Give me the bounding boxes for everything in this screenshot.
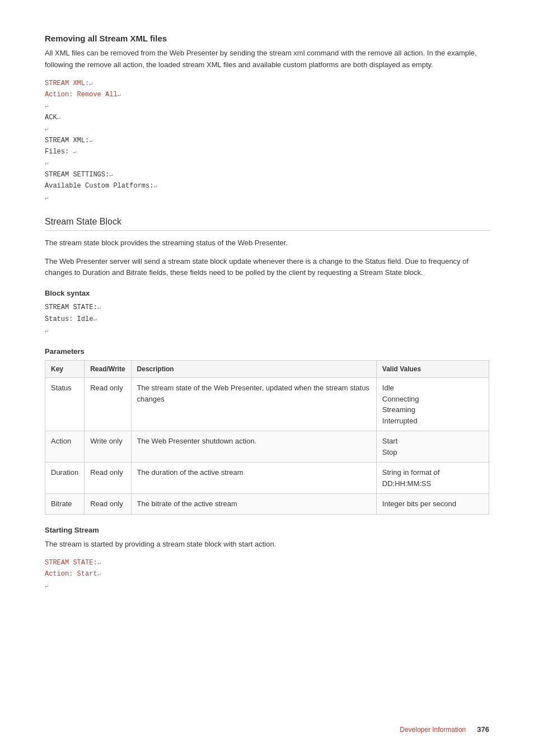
cell-valid-status: IdleConnectingStreamingInterrupted [376, 378, 489, 431]
ss-line-2: Action: Start [45, 570, 97, 578]
cell-valid-duration: String in format of DD:HH:MM:SS [376, 463, 489, 494]
page-footer: Developer Information 376 [400, 725, 489, 734]
cell-key-duration: Duration [45, 463, 85, 494]
code-line-1: STREAM XML: [45, 80, 89, 87]
col-rw: Read/Write [85, 361, 131, 378]
cell-desc-status: The stream state of the Web Presenter, u… [131, 378, 376, 431]
starting-stream-label: Starting Stream [45, 526, 489, 534]
stream-state-body2: The Web Presenter server will send a str… [45, 256, 489, 279]
code-line-8: ↵ [45, 160, 49, 166]
bs-line-3: ↵ [45, 327, 49, 334]
cell-valid-action: StartStop [376, 431, 489, 463]
cell-key-bitrate: Bitrate [45, 494, 85, 515]
cell-valid-bitrate: Integer bits per second [376, 494, 489, 515]
cell-rw-action: Write only [85, 431, 131, 463]
removing-all-code: STREAM XML:↵ Action: Remove All↵ ↵ ACK↵ … [45, 78, 489, 203]
bs-line-1: STREAM STATE: [45, 304, 97, 311]
footer-dev-info: Developer Information [400, 726, 466, 734]
stream-state-body1: The stream state block provides the stre… [45, 237, 489, 249]
cell-rw-status: Read only [85, 378, 131, 431]
cell-rw-bitrate: Read only [85, 494, 131, 515]
stream-state-section: Stream State Block The stream state bloc… [45, 217, 489, 591]
code-line-4: ACK [45, 114, 57, 122]
removing-all-section: Removing all Stream XML files All XML fi… [45, 34, 489, 203]
cell-desc-bitrate: The bitrate of the active stream [131, 494, 376, 515]
code-line-7: Files: [45, 148, 73, 156]
code-line-6: STREAM XML: [45, 137, 89, 144]
bs-line-2: Status: Idle [45, 315, 93, 323]
cell-desc-action: The Web Presenter shutdown action. [131, 431, 376, 463]
parameters-label: Parameters [45, 347, 489, 356]
table-row: Duration Read only The duration of the a… [45, 463, 489, 494]
code-line-2: Action: Remove All [45, 91, 118, 99]
code-line-5: ↵ [45, 125, 49, 132]
cell-desc-duration: The duration of the active stream [131, 463, 376, 494]
ss-line-3: ↵ [45, 582, 49, 589]
code-line-3: ↵ [45, 102, 49, 109]
cell-rw-duration: Read only [85, 463, 131, 494]
removing-all-body: All XML files can be removed from the We… [45, 48, 489, 71]
table-header-row: Key Read/Write Description Valid Values [45, 361, 489, 378]
removing-all-title: Removing all Stream XML files [45, 34, 489, 43]
starting-stream-body: The stream is started by providing a str… [45, 539, 489, 550]
code-line-11: ↵ [45, 194, 49, 201]
cell-key-status: Status [45, 378, 85, 431]
col-key: Key [45, 361, 85, 378]
starting-stream-code: STREAM STATE:↵ Action: Start↵ ↵ [45, 557, 489, 591]
code-line-9: STREAM SETTINGS: [45, 171, 109, 179]
ss-line-1: STREAM STATE: [45, 559, 97, 567]
footer-page-num: 376 [477, 725, 489, 734]
block-syntax-label: Block syntax [45, 289, 489, 297]
col-valid: Valid Values [376, 361, 489, 378]
table-row: Action Write only The Web Presenter shut… [45, 431, 489, 463]
stream-state-heading: Stream State Block [45, 217, 489, 231]
table-row: Bitrate Read only The bitrate of the act… [45, 494, 489, 515]
code-line-10: Available Custom Platforms: [45, 182, 153, 190]
col-desc: Description [131, 361, 376, 378]
parameters-table: Key Read/Write Description Valid Values … [45, 360, 489, 515]
table-row: Status Read only The stream state of the… [45, 378, 489, 431]
block-syntax-code: STREAM STATE:↵ Status: Idle↵ ↵ [45, 302, 489, 336]
cell-key-action: Action [45, 431, 85, 463]
